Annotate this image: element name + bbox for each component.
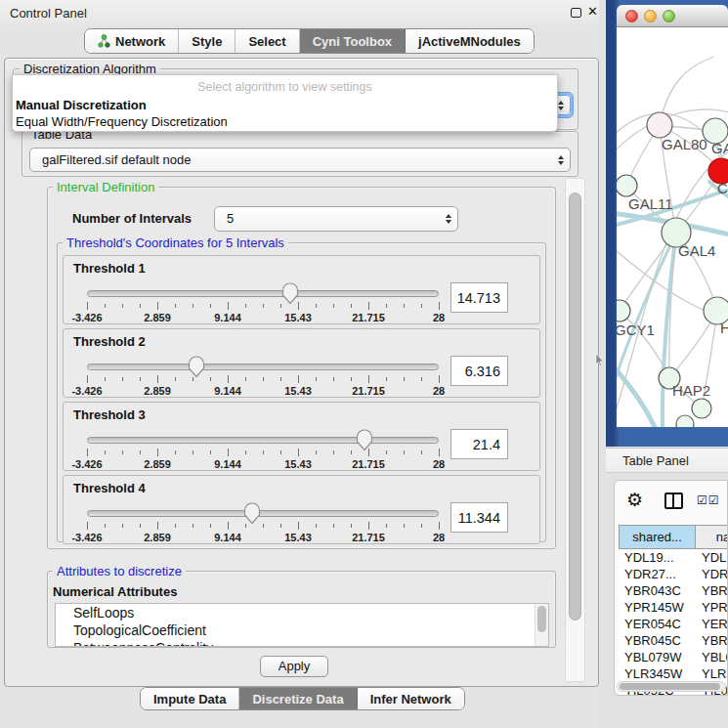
- checkbox-icons[interactable]: ☑☑: [697, 493, 720, 507]
- gear-icon[interactable]: ⚙: [626, 489, 643, 511]
- columns-icon[interactable]: [664, 492, 683, 509]
- minimize-traffic-light-icon[interactable]: [644, 10, 657, 22]
- threshold-3-label: Threshold 3: [73, 407, 146, 422]
- threshold-2-value-field[interactable]: [450, 356, 508, 386]
- tab-select[interactable]: Select: [236, 29, 299, 53]
- tab-cyni-toolbox[interactable]: Cyni Toolbox: [300, 29, 406, 53]
- table-panel-title: Table Panel: [622, 453, 689, 468]
- slider-tick-labels: -3.426 2.859 9.144 15.43 21.715 28: [87, 458, 439, 470]
- table-row[interactable]: YER054CYER0: [619, 616, 728, 632]
- float-window-icon[interactable]: [571, 8, 581, 18]
- threshold-1-label: Threshold 1: [73, 261, 146, 276]
- numerical-attributes-list[interactable]: SelfLoops TopologicalCoefficient Between…: [55, 603, 549, 647]
- stepper-arrows-icon: [558, 101, 564, 110]
- tab-infer-network[interactable]: Infer Network: [358, 688, 464, 709]
- close-icon[interactable]: ✕: [587, 4, 598, 19]
- table-row[interactable]: YLR345WYLR3: [619, 665, 728, 682]
- panel-title: Control Panel: [10, 6, 87, 21]
- table-row[interactable]: YPR145WYPR1: [619, 599, 728, 616]
- number-of-intervals-combobox[interactable]: 5: [214, 206, 458, 232]
- threshold-1-value-field[interactable]: [450, 282, 508, 313]
- slider-track[interactable]: [87, 510, 439, 517]
- list-scrollbar[interactable]: [535, 604, 548, 646]
- tab-impute-data[interactable]: Impute Data: [141, 688, 239, 709]
- table-data-combobox[interactable]: galFiltered.sif default node: [29, 148, 571, 172]
- threshold-4-panel: Threshold 4 -3.426 2.859 9.144 15.43 21.…: [63, 475, 540, 544]
- slider-tick-labels: -3.426 2.859 9.144 15.43 21.715 28: [87, 312, 439, 323]
- table-horizontal-scrollbar[interactable]: [617, 681, 726, 692]
- node-gal80[interactable]: [647, 112, 672, 138]
- node-label: GAL4: [678, 242, 715, 259]
- node-gcy1[interactable]: [617, 300, 630, 321]
- dropdown-option-manual[interactable]: Manual Discretization: [16, 98, 147, 112]
- threshold-2-slider[interactable]: -3.426 2.859 9.144 15.43 21.715 28: [87, 355, 439, 398]
- threshold-4-slider[interactable]: -3.426 2.859 9.144 15.43 21.715 28: [87, 501, 439, 544]
- list-item[interactable]: BetweennessCentrality: [56, 639, 548, 647]
- table-data-value: galFiltered.sif default node: [42, 152, 191, 167]
- mouse-cursor: [595, 354, 604, 366]
- node-label: GAL11: [628, 195, 673, 212]
- interval-definition-title: Interval Definition: [53, 180, 158, 194]
- slider-track[interactable]: [87, 290, 439, 297]
- node-table: shared... name YDL19...YDL1 YDR27...YDR2…: [619, 525, 728, 696]
- slider-track[interactable]: [87, 364, 439, 370]
- threshold-4-value-field[interactable]: [450, 502, 508, 533]
- table-row[interactable]: YDR27...YDR2: [619, 566, 728, 582]
- zoom-traffic-light-icon[interactable]: [663, 10, 675, 22]
- threshold-3-panel: Threshold 3 -3.426 2.859 9.144 15.43 21.…: [63, 402, 540, 471]
- tab-discretize-data[interactable]: Discretize Data: [239, 688, 357, 709]
- node-bottom[interactable]: [692, 399, 711, 418]
- bottom-tab-strip: Impute Data Discretize Data Infer Networ…: [140, 687, 465, 710]
- threshold-3-value-field[interactable]: [450, 429, 508, 459]
- list-item[interactable]: SelfLoops: [56, 604, 548, 621]
- network-window-titlebar[interactable]: [617, 5, 728, 27]
- slider-ticks: [87, 449, 439, 457]
- attributes-title: Attributes to discretize: [53, 564, 186, 578]
- table-row[interactable]: YBR045CYBR0: [619, 632, 728, 649]
- threshold-1-panel: Threshold 1 -3.426 2.859 9.144 15.43 21.…: [63, 255, 540, 324]
- tab-network[interactable]: Network: [85, 29, 179, 53]
- tab-network-label: Network: [115, 34, 165, 49]
- table-row[interactable]: YDL19...YDL1: [619, 549, 728, 566]
- table-panel-card: ⚙ ☑☑ shared... name YDL19...YDL1 YDR27..…: [614, 480, 728, 696]
- slider-track[interactable]: [87, 437, 439, 444]
- slider-ticks: [87, 302, 439, 311]
- slider-ticks: [87, 522, 439, 531]
- threshold-coordinates-title: Threshold's Coordinates for 5 Intervals: [63, 236, 288, 250]
- column-header-shared-name[interactable]: shared...: [619, 525, 696, 549]
- network-view-canvas[interactable]: GAL80 GA C GAL11 GAL4 GCY1 HA HAP2: [617, 27, 728, 427]
- tab-jactivemnodules[interactable]: jActiveMNodules: [406, 29, 534, 53]
- stepper-arrows-icon: [558, 155, 564, 165]
- dropdown-option-equal-width[interactable]: Equal Width/Frequency Discretization: [16, 114, 228, 129]
- scrollbar-thumb[interactable]: [569, 193, 581, 621]
- close-traffic-light-icon[interactable]: [625, 10, 638, 22]
- algorithm-dropdown-popup: Select algorithm to view settings Manual…: [12, 74, 558, 132]
- node-label: HA: [720, 320, 728, 336]
- table-header-row: shared... name: [619, 525, 728, 549]
- node-label: HAP2: [672, 382, 710, 399]
- node-gal11[interactable]: [617, 175, 637, 196]
- node-bottom-2[interactable]: [676, 415, 694, 427]
- threshold-2-label: Threshold 2: [73, 334, 146, 349]
- network-graph: GAL80 GA C GAL11 GAL4 GCY1 HA HAP2: [617, 27, 728, 427]
- table-row[interactable]: YBR043CYBR0: [619, 582, 728, 599]
- control-panel-titlebar: Control Panel ✕: [0, 0, 604, 25]
- tab-style[interactable]: Style: [179, 29, 236, 53]
- threshold-1-slider[interactable]: -3.426 2.859 9.144 15.43 21.715 28: [87, 281, 439, 324]
- number-of-intervals-value: 5: [227, 211, 234, 226]
- numerical-attributes-label: Numerical Attributes: [53, 584, 177, 599]
- panel-vertical-scrollbar[interactable]: [565, 178, 585, 682]
- number-of-intervals-label: Number of Intervals: [72, 211, 192, 226]
- scrollbar-thumb[interactable]: [620, 683, 720, 690]
- dropdown-placeholder: Select algorithm to view settings: [13, 80, 557, 94]
- list-item[interactable]: TopologicalCoefficient: [56, 621, 548, 639]
- table-panel-titlebar: Table Panel: [606, 448, 728, 473]
- column-header-name[interactable]: name: [696, 525, 728, 549]
- threshold-4-label: Threshold 4: [73, 481, 146, 495]
- network-icon: [98, 34, 110, 48]
- threshold-3-slider[interactable]: -3.426 2.859 9.144 15.43 21.715 28: [87, 428, 439, 471]
- top-tab-strip: Network Style Select Cyni Toolbox jActiv…: [84, 28, 535, 54]
- apply-button[interactable]: Apply: [260, 656, 328, 677]
- slider-tick-labels: -3.426 2.859 9.144 15.43 21.715 28: [87, 532, 439, 543]
- table-row[interactable]: YBL079WYBL0: [619, 649, 728, 665]
